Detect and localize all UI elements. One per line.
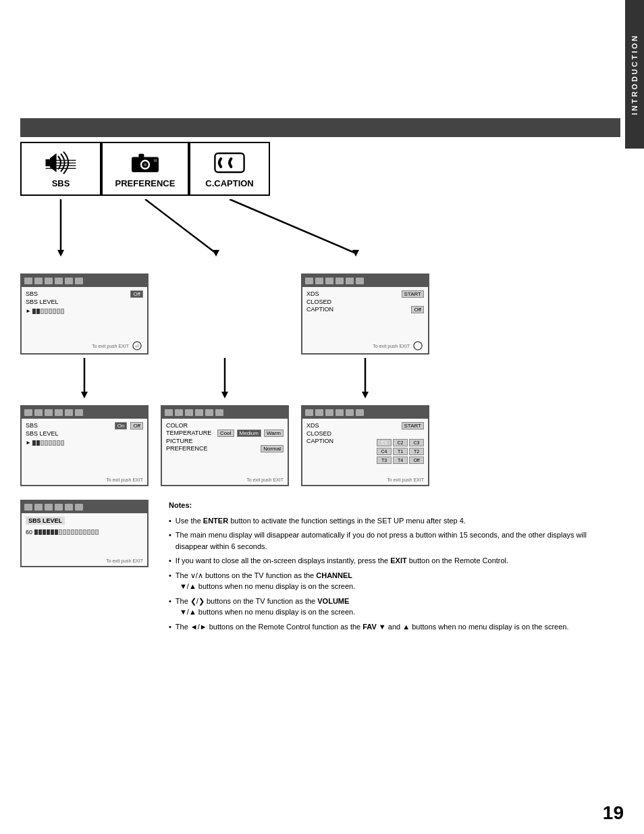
sbs-screen-2: SBS On Off SBS LEVEL ►: [20, 405, 149, 486]
sbs2-text: SBS: [26, 422, 38, 429]
notes-title: Notes:: [169, 500, 620, 511]
bullet-6: •: [169, 621, 171, 633]
closed-row: CLOSED: [306, 298, 424, 305]
xds-text: XDS: [306, 290, 319, 298]
cc-screen-1-bottom: To exit push EXIT: [373, 341, 424, 350]
s3i1: [24, 504, 32, 511]
cc-grid: C1 C2 C3 C4 T1 T2 T3 T4 Off: [377, 439, 424, 464]
s2i1: [24, 409, 32, 416]
lseg7: [59, 529, 62, 535]
p2i2: [175, 409, 183, 416]
intro-tab-label: INTRODUCTION: [630, 34, 639, 115]
s2i5: [65, 409, 73, 416]
s1-icon6: [75, 278, 83, 284]
sbs2-on-badge: On: [115, 422, 128, 429]
caption-text: CAPTION: [306, 306, 333, 313]
lseg13: [83, 529, 86, 535]
notes-section: Notes: • Use the ENTER button to activat…: [169, 500, 620, 635]
closed2-row: CLOSED: [306, 430, 424, 437]
level3-val: 60: [26, 529, 32, 536]
level-indicator: ►: [26, 308, 143, 314]
sbs-icon-box: SBS: [20, 142, 101, 196]
preference-icon-box: PREFERENCE: [101, 142, 189, 196]
cc2-bottom: To exit push EXIT: [387, 477, 424, 482]
lseg8: [63, 529, 66, 535]
caption-badge: Off: [411, 306, 424, 313]
xds2-badge: START: [402, 422, 424, 429]
sbs-row: SBS Off: [26, 290, 143, 298]
pic2-text: PICTURE: [166, 438, 193, 444]
seg5: [49, 309, 52, 314]
pref2-row: PREFERENCE Normal: [166, 445, 284, 452]
pref2-badge: Normal: [261, 445, 284, 452]
svg-line-15: [145, 199, 216, 253]
s1-icon3: [45, 278, 53, 284]
screens-row-2: SBS On Off SBS LEVEL ►: [20, 405, 429, 486]
xds2-row: XDS START: [306, 422, 424, 429]
pref2-text: PREFERENCE: [166, 445, 208, 452]
lseg3: [43, 529, 46, 535]
cc-screen-1: XDS START CLOSED CAPTION Off To exit pus…: [301, 273, 429, 355]
xds-row: XDS START: [306, 290, 424, 298]
cc-screen-1-topbar: [302, 275, 428, 287]
svg-text:⏎: ⏎: [135, 344, 139, 348]
cc-off: Off: [409, 457, 424, 464]
sbslevel2-row: SBS LEVEL: [26, 430, 143, 437]
svg-marker-24: [81, 392, 88, 398]
lseg16: [95, 529, 99, 535]
p2i3: [185, 409, 193, 416]
s3i4: [55, 504, 63, 511]
seg2-5: [49, 440, 52, 446]
lseg12: [79, 529, 82, 535]
pic2-row: PICTURE: [166, 438, 284, 444]
header-bar: [20, 118, 620, 137]
level3-bar-container: 60: [26, 529, 143, 536]
pref2-bottom: To exit push EXIT: [246, 477, 284, 482]
temp2-text: TEMPERATURE: [166, 429, 211, 437]
lseg4: [47, 529, 50, 535]
cc-screen-1-content: XDS START CLOSED CAPTION Off: [302, 287, 428, 317]
lseg15: [91, 529, 95, 535]
sbslevel-text: SBS LEVEL: [26, 298, 59, 305]
cc-c2: C2: [393, 439, 408, 446]
note-5-text: The ❮/❯ buttons on the TV function as th…: [176, 596, 614, 618]
s3i3: [45, 504, 53, 511]
svg-marker-16: [213, 250, 219, 257]
level2-arrow: ►: [26, 440, 31, 446]
bullet-1: •: [169, 515, 171, 527]
exit-icon: ⏎: [131, 341, 143, 350]
cc2-topbar: [302, 407, 428, 419]
seg2-4: [45, 440, 48, 446]
svg-rect-10: [138, 153, 144, 157]
s3i2: [34, 504, 43, 511]
cc-t2: T2: [409, 448, 424, 455]
temp2-medium: Medium: [237, 429, 261, 437]
note-3-text: If you want to close all the on-screen d…: [176, 555, 614, 567]
sbslevel-row: SBS LEVEL: [26, 298, 143, 305]
note-4: • The ∨/∧ buttons on the TV function as …: [169, 570, 620, 592]
xds-badge: START: [402, 290, 424, 298]
lseg14: [87, 529, 90, 535]
sbs-screen-1-topbar: [22, 275, 147, 287]
note-2: • The main menu display will disappear a…: [169, 529, 620, 552]
seg2-2: [36, 440, 40, 446]
lseg10: [71, 529, 74, 535]
cc-t1: T1: [393, 448, 408, 455]
p2i6: [215, 409, 223, 416]
svg-rect-11: [154, 159, 157, 161]
s1-icon2: [34, 278, 43, 284]
cc1-icon3: [325, 278, 333, 284]
to-prev-text: To exit push EXIT: [92, 344, 129, 348]
cc2i5: [346, 409, 354, 416]
seg4: [45, 309, 48, 314]
level2-indicator: ►: [26, 440, 143, 446]
cc-screen-2: XDS START CLOSED CAPTION C1 C2 C3 C4 T1 …: [301, 405, 429, 486]
seg2-8: [61, 440, 64, 446]
intro-tab: INTRODUCTION: [625, 0, 644, 149]
pref2-content: COLOR TEMPERATURE Cool Medium Warm PICTU…: [162, 419, 288, 457]
lseg11: [75, 529, 78, 535]
cc-icon: [213, 150, 246, 176]
sbs3-bottom: To exit push EXIT: [106, 558, 143, 563]
svg-point-22: [414, 342, 422, 350]
preference-icon: [129, 150, 161, 176]
